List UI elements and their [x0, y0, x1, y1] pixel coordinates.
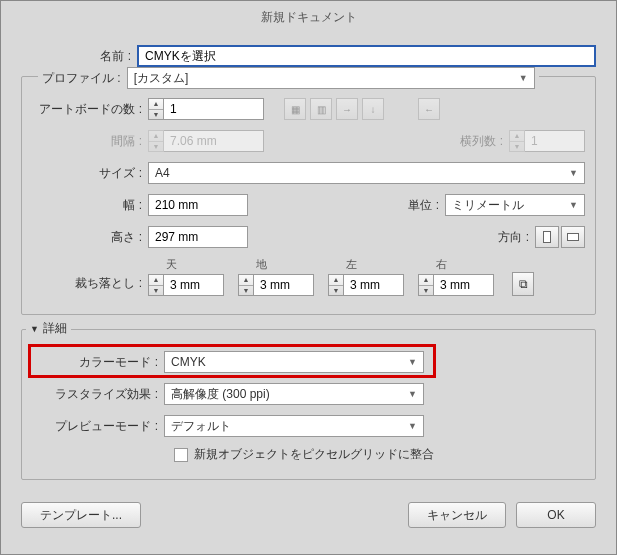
- bleed-top-field[interactable]: ▲▼: [148, 274, 224, 296]
- disclosure-triangle-icon[interactable]: ▼: [30, 324, 39, 334]
- arrange-icons: ▦ ▥ → ↓: [284, 98, 384, 120]
- raster-value: 高解像度 (300 ppi): [171, 386, 270, 403]
- bleed-bottom-input[interactable]: [254, 274, 314, 296]
- size-select[interactable]: A4 ▼: [148, 162, 585, 184]
- profile-value: [カスタム]: [134, 70, 189, 87]
- bleed-right-field[interactable]: ▲▼: [418, 274, 494, 296]
- bleed-left-label: 左: [328, 257, 404, 272]
- advanced-label: 詳細: [43, 320, 67, 337]
- spacing-stepper: ▲▼: [148, 130, 164, 152]
- advanced-fieldset: ▼ 詳細 カラーモード : CMYK ▼ ラスタライズ効果 : 高解像度 (30…: [21, 329, 596, 480]
- grid-col-icon: ▥: [310, 98, 332, 120]
- bleed-bottom-stepper[interactable]: ▲▼: [238, 274, 254, 296]
- chevron-down-icon: ▼: [569, 200, 578, 210]
- height-label: 高さ :: [32, 229, 148, 246]
- arrow-left-icon: ←: [418, 98, 440, 120]
- grid-row-icon: ▦: [284, 98, 306, 120]
- link-bleed-button[interactable]: ⧉: [512, 272, 534, 296]
- bleed-right-input[interactable]: [434, 274, 494, 296]
- size-value: A4: [155, 166, 170, 180]
- dialog-title: 新規ドキュメント: [1, 1, 616, 34]
- preview-select[interactable]: デフォルト ▼: [164, 415, 424, 437]
- pixelgrid-label: 新規オブジェクトをピクセルグリッドに整合: [194, 446, 434, 463]
- orientation-landscape[interactable]: [561, 226, 585, 248]
- bleed-right-stepper[interactable]: ▲▼: [418, 274, 434, 296]
- raster-select[interactable]: 高解像度 (300 ppi) ▼: [164, 383, 424, 405]
- columns-label: 横列数 :: [460, 133, 509, 150]
- link-icon: ⧉: [519, 277, 528, 291]
- name-input[interactable]: [137, 45, 596, 67]
- ok-button[interactable]: OK: [516, 502, 596, 528]
- artboards-label: アートボードの数 :: [32, 101, 148, 118]
- units-label: 単位 :: [408, 197, 445, 214]
- bleed-bottom-label: 地: [238, 257, 314, 272]
- orientation-portrait[interactable]: [535, 226, 559, 248]
- profile-label: プロファイル :: [42, 70, 127, 87]
- colormode-select[interactable]: CMYK ▼: [164, 351, 424, 373]
- bleed-bottom-field[interactable]: ▲▼: [238, 274, 314, 296]
- chevron-down-icon: ▼: [408, 421, 417, 431]
- spacing-input: [164, 130, 264, 152]
- arrange-icons-2: ←: [418, 98, 440, 120]
- bleed-left-stepper[interactable]: ▲▼: [328, 274, 344, 296]
- name-label: 名前 :: [21, 48, 137, 65]
- template-button[interactable]: テンプレート...: [21, 502, 141, 528]
- chevron-down-icon: ▼: [408, 389, 417, 399]
- bleed-left-input[interactable]: [344, 274, 404, 296]
- profile-select[interactable]: [カスタム] ▼: [127, 67, 535, 89]
- bleed-left-field[interactable]: ▲▼: [328, 274, 404, 296]
- chevron-down-icon: ▼: [569, 168, 578, 178]
- bleed-right-label: 右: [418, 257, 494, 272]
- preview-value: デフォルト: [171, 418, 231, 435]
- columns-field: ▲▼: [509, 130, 585, 152]
- pixelgrid-checkbox[interactable]: [174, 448, 188, 462]
- artboards-field[interactable]: ▲▼: [148, 98, 264, 120]
- columns-input: [525, 130, 585, 152]
- artboards-input[interactable]: [164, 98, 264, 120]
- cancel-button[interactable]: キャンセル: [408, 502, 506, 528]
- arrow-down-icon: ↓: [362, 98, 384, 120]
- main-fieldset: プロファイル : [カスタム] ▼ アートボードの数 : ▲▼ ▦ ▥ → ↓ …: [21, 76, 596, 315]
- bleed-label: 裁ち落とし :: [32, 275, 148, 296]
- height-input[interactable]: [148, 226, 248, 248]
- bleed-top-stepper[interactable]: ▲▼: [148, 274, 164, 296]
- raster-label: ラスタライズ効果 :: [32, 386, 164, 403]
- width-label: 幅 :: [32, 197, 148, 214]
- bleed-top-label: 天: [148, 257, 224, 272]
- colormode-label: カラーモード :: [32, 354, 164, 371]
- colormode-value: CMYK: [171, 355, 206, 369]
- spacing-label: 間隔 :: [32, 133, 148, 150]
- orientation-label: 方向 :: [498, 229, 535, 246]
- columns-stepper: ▲▼: [509, 130, 525, 152]
- units-select[interactable]: ミリメートル ▼: [445, 194, 585, 216]
- chevron-down-icon: ▼: [408, 357, 417, 367]
- artboards-stepper[interactable]: ▲▼: [148, 98, 164, 120]
- preview-label: プレビューモード :: [32, 418, 164, 435]
- arrow-right-icon: →: [336, 98, 358, 120]
- size-label: サイズ :: [32, 165, 148, 182]
- spacing-field: ▲▼: [148, 130, 264, 152]
- chevron-down-icon: ▼: [519, 73, 528, 83]
- width-input[interactable]: [148, 194, 248, 216]
- bleed-top-input[interactable]: [164, 274, 224, 296]
- units-value: ミリメートル: [452, 197, 524, 214]
